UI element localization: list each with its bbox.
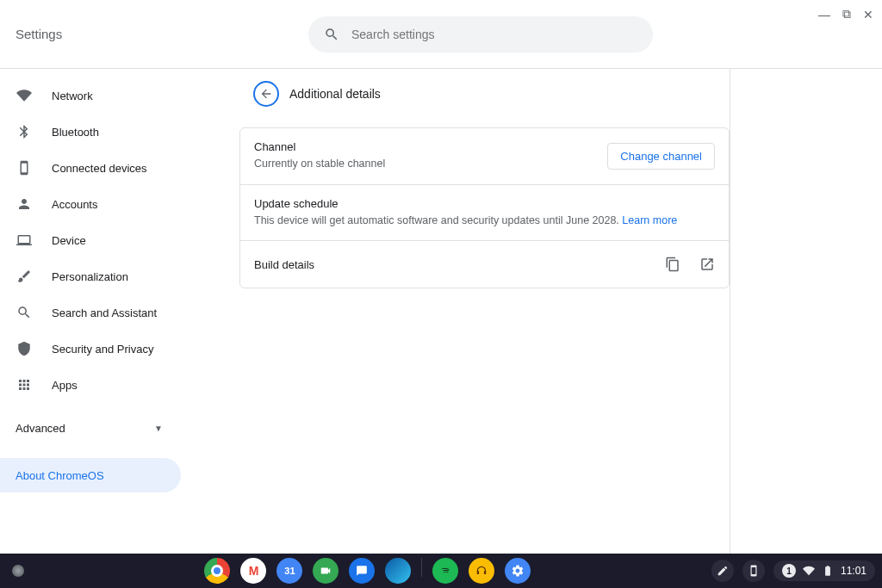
- update-schedule-row: Update schedule This device will get aut…: [240, 185, 729, 242]
- open-external-icon[interactable]: [699, 257, 715, 272]
- sidebar-item-label: Connected devices: [52, 162, 147, 175]
- sidebar-item-label: Security and Privacy: [52, 343, 154, 356]
- build-details-row[interactable]: Build details: [240, 241, 729, 288]
- wifi-icon: [16, 87, 33, 104]
- update-sub-text: This device will get automatic software …: [254, 214, 622, 226]
- sidebar: Network Bluetooth Connected devices Acco…: [0, 69, 239, 554]
- wifi-status-icon: [803, 565, 815, 577]
- shelf: M 31 1 11:01: [0, 554, 882, 588]
- sidebar-item-personalization[interactable]: Personalization: [0, 258, 239, 294]
- update-title: Update schedule: [254, 197, 715, 210]
- sidebar-item-security-privacy[interactable]: Security and Privacy: [0, 331, 239, 367]
- details-card: Channel Currently on stable channel Chan…: [239, 127, 730, 288]
- sidebar-item-advanced[interactable]: Advanced ▼: [0, 410, 239, 446]
- sidebar-item-search-assistant[interactable]: Search and Assistant: [0, 294, 239, 331]
- apps-grid-icon: [16, 376, 33, 393]
- learn-more-link[interactable]: Learn more: [622, 214, 677, 226]
- brush-icon: [16, 268, 33, 285]
- bluetooth-icon: [16, 123, 33, 140]
- messages-app-icon[interactable]: [349, 558, 375, 584]
- notification-badge: 1: [782, 564, 796, 578]
- sidebar-item-network[interactable]: Network: [0, 77, 239, 114]
- main-content: Additional details Channel Currently on …: [239, 69, 730, 554]
- shelf-divider: [421, 558, 422, 577]
- sidebar-about-label: About ChromeOS: [16, 469, 104, 482]
- app-title: Settings: [16, 27, 308, 41]
- laptop-icon: [16, 232, 33, 249]
- sidebar-item-label: Search and Assistant: [52, 306, 157, 319]
- chrome-app-icon[interactable]: [204, 558, 230, 584]
- search-field[interactable]: [308, 16, 653, 53]
- change-channel-button[interactable]: Change channel: [607, 143, 715, 170]
- arrow-back-icon: [259, 87, 273, 101]
- sidebar-item-label: Accounts: [52, 198, 97, 211]
- sidebar-advanced-label: Advanced: [16, 422, 65, 435]
- window-close-button[interactable]: ✕: [863, 8, 873, 22]
- calendar-app-icon[interactable]: 31: [276, 558, 302, 584]
- sidebar-item-about-chromeos[interactable]: About ChromeOS: [0, 458, 181, 492]
- sidebar-item-label: Apps: [52, 379, 78, 392]
- shelf-apps: M 31: [24, 558, 711, 584]
- channel-title: Channel: [254, 140, 607, 153]
- sidebar-item-bluetooth[interactable]: Bluetooth: [0, 114, 239, 150]
- sidebar-item-label: Personalization: [52, 270, 128, 283]
- settings-app-icon[interactable]: [505, 558, 531, 584]
- sidebar-item-apps[interactable]: Apps: [0, 367, 239, 403]
- edge-app-icon[interactable]: [385, 558, 411, 584]
- update-subtitle: This device will get automatic software …: [254, 214, 715, 229]
- meet-app-icon[interactable]: [313, 558, 339, 584]
- phone-icon: [16, 159, 33, 176]
- window-minimize-button[interactable]: —: [818, 8, 830, 22]
- clock: 11:01: [841, 565, 866, 577]
- sidebar-item-accounts[interactable]: Accounts: [0, 186, 239, 222]
- svg-point-0: [441, 566, 451, 576]
- sidebar-item-label: Bluetooth: [52, 126, 99, 139]
- sidebar-item-device[interactable]: Device: [0, 222, 239, 258]
- channel-subtitle: Currently on stable channel: [254, 157, 607, 172]
- person-icon: [16, 195, 33, 213]
- app-header: Settings: [0, 0, 882, 69]
- build-title: Build details: [254, 258, 665, 271]
- search-input[interactable]: [351, 28, 637, 41]
- phone-hub-button[interactable]: [742, 560, 765, 582]
- spotify-app-icon[interactable]: [432, 558, 458, 584]
- sidebar-item-label: Device: [52, 234, 86, 247]
- gmail-app-icon[interactable]: M: [240, 558, 266, 584]
- shield-icon: [16, 340, 33, 357]
- sidebar-item-connected-devices[interactable]: Connected devices: [0, 150, 239, 186]
- battery-status-icon: [822, 565, 834, 577]
- channel-row: Channel Currently on stable channel Chan…: [240, 128, 729, 185]
- sidebar-item-label: Network: [52, 90, 93, 102]
- stylus-button[interactable]: [711, 560, 734, 582]
- back-button[interactable]: [253, 81, 279, 107]
- search-icon: [16, 304, 33, 321]
- system-tray: 1 11:01: [711, 560, 875, 582]
- chevron-down-icon: ▼: [154, 424, 163, 433]
- search-icon: [324, 27, 339, 42]
- copy-icon[interactable]: [665, 257, 680, 272]
- page-title: Additional details: [289, 87, 381, 101]
- launcher-button[interactable]: [12, 565, 24, 577]
- status-tray[interactable]: 1 11:01: [773, 560, 875, 581]
- window-maximize-button[interactable]: ⧉: [842, 7, 851, 22]
- music-app-icon[interactable]: [469, 558, 494, 584]
